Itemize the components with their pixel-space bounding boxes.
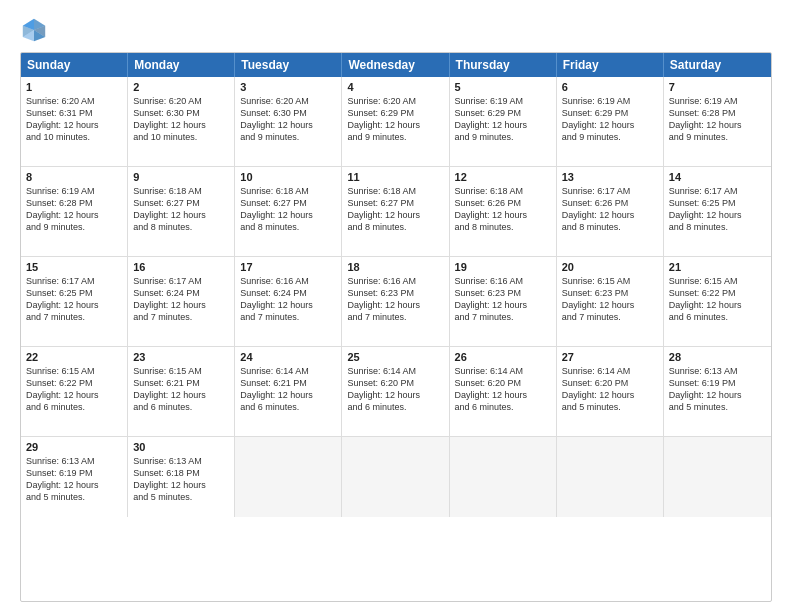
- day-number: 18: [347, 261, 443, 273]
- cell-info-line: Sunset: 6:18 PM: [133, 467, 229, 479]
- day-number: 4: [347, 81, 443, 93]
- cell-info-line: and 6 minutes.: [669, 311, 766, 323]
- calendar-cell-21: 21Sunrise: 6:15 AMSunset: 6:22 PMDayligh…: [664, 257, 771, 346]
- calendar-cell-19: 19Sunrise: 6:16 AMSunset: 6:23 PMDayligh…: [450, 257, 557, 346]
- cell-info-line: Sunrise: 6:17 AM: [133, 275, 229, 287]
- calendar-cell-empty: [342, 437, 449, 517]
- cell-info-line: Sunrise: 6:20 AM: [347, 95, 443, 107]
- cell-info-line: Daylight: 12 hours: [562, 389, 658, 401]
- calendar-cell-29: 29Sunrise: 6:13 AMSunset: 6:19 PMDayligh…: [21, 437, 128, 517]
- cell-info-line: and 7 minutes.: [455, 311, 551, 323]
- cell-info-line: Sunrise: 6:15 AM: [669, 275, 766, 287]
- cell-info-line: Daylight: 12 hours: [26, 209, 122, 221]
- day-number: 20: [562, 261, 658, 273]
- cell-info-line: Sunrise: 6:20 AM: [240, 95, 336, 107]
- cell-info-line: and 6 minutes.: [240, 401, 336, 413]
- day-number: 1: [26, 81, 122, 93]
- calendar-cell-20: 20Sunrise: 6:15 AMSunset: 6:23 PMDayligh…: [557, 257, 664, 346]
- cell-info-line: Daylight: 12 hours: [669, 209, 766, 221]
- calendar-row-2: 15Sunrise: 6:17 AMSunset: 6:25 PMDayligh…: [21, 257, 771, 347]
- day-number: 10: [240, 171, 336, 183]
- cell-info-line: Sunset: 6:31 PM: [26, 107, 122, 119]
- cell-info-line: Sunset: 6:24 PM: [240, 287, 336, 299]
- cell-info-line: Sunset: 6:28 PM: [26, 197, 122, 209]
- weekday-header-wednesday: Wednesday: [342, 53, 449, 77]
- day-number: 17: [240, 261, 336, 273]
- calendar-cell-3: 3Sunrise: 6:20 AMSunset: 6:30 PMDaylight…: [235, 77, 342, 166]
- cell-info-line: Sunrise: 6:15 AM: [26, 365, 122, 377]
- cell-info-line: and 7 minutes.: [347, 311, 443, 323]
- cell-info-line: Sunset: 6:29 PM: [455, 107, 551, 119]
- cell-info-line: Sunset: 6:26 PM: [562, 197, 658, 209]
- calendar-header: SundayMondayTuesdayWednesdayThursdayFrid…: [21, 53, 771, 77]
- page: SundayMondayTuesdayWednesdayThursdayFrid…: [0, 0, 792, 612]
- calendar-row-0: 1Sunrise: 6:20 AMSunset: 6:31 PMDaylight…: [21, 77, 771, 167]
- day-number: 8: [26, 171, 122, 183]
- cell-info-line: and 7 minutes.: [26, 311, 122, 323]
- cell-info-line: Daylight: 12 hours: [455, 389, 551, 401]
- calendar: SundayMondayTuesdayWednesdayThursdayFrid…: [20, 52, 772, 602]
- cell-info-line: Sunset: 6:30 PM: [133, 107, 229, 119]
- cell-info-line: Sunrise: 6:19 AM: [669, 95, 766, 107]
- cell-info-line: Sunset: 6:30 PM: [240, 107, 336, 119]
- cell-info-line: Daylight: 12 hours: [26, 479, 122, 491]
- cell-info-line: and 8 minutes.: [240, 221, 336, 233]
- cell-info-line: Daylight: 12 hours: [455, 209, 551, 221]
- cell-info-line: Sunset: 6:29 PM: [562, 107, 658, 119]
- calendar-cell-24: 24Sunrise: 6:14 AMSunset: 6:21 PMDayligh…: [235, 347, 342, 436]
- cell-info-line: Sunrise: 6:18 AM: [455, 185, 551, 197]
- cell-info-line: Daylight: 12 hours: [669, 119, 766, 131]
- calendar-cell-6: 6Sunrise: 6:19 AMSunset: 6:29 PMDaylight…: [557, 77, 664, 166]
- cell-info-line: Sunrise: 6:16 AM: [455, 275, 551, 287]
- calendar-cell-26: 26Sunrise: 6:14 AMSunset: 6:20 PMDayligh…: [450, 347, 557, 436]
- cell-info-line: Daylight: 12 hours: [347, 389, 443, 401]
- cell-info-line: Daylight: 12 hours: [133, 479, 229, 491]
- cell-info-line: Sunset: 6:27 PM: [347, 197, 443, 209]
- calendar-cell-10: 10Sunrise: 6:18 AMSunset: 6:27 PMDayligh…: [235, 167, 342, 256]
- cell-info-line: Sunset: 6:28 PM: [669, 107, 766, 119]
- weekday-header-sunday: Sunday: [21, 53, 128, 77]
- cell-info-line: and 9 minutes.: [455, 131, 551, 143]
- cell-info-line: Daylight: 12 hours: [562, 209, 658, 221]
- weekday-header-tuesday: Tuesday: [235, 53, 342, 77]
- cell-info-line: Sunset: 6:21 PM: [133, 377, 229, 389]
- cell-info-line: Sunrise: 6:20 AM: [133, 95, 229, 107]
- cell-info-line: Sunset: 6:20 PM: [347, 377, 443, 389]
- calendar-body: 1Sunrise: 6:20 AMSunset: 6:31 PMDaylight…: [21, 77, 771, 517]
- cell-info-line: Daylight: 12 hours: [347, 119, 443, 131]
- cell-info-line: Sunset: 6:23 PM: [455, 287, 551, 299]
- cell-info-line: and 5 minutes.: [133, 491, 229, 503]
- calendar-cell-22: 22Sunrise: 6:15 AMSunset: 6:22 PMDayligh…: [21, 347, 128, 436]
- day-number: 5: [455, 81, 551, 93]
- calendar-cell-empty: [664, 437, 771, 517]
- day-number: 9: [133, 171, 229, 183]
- cell-info-line: Daylight: 12 hours: [240, 209, 336, 221]
- header: [20, 16, 772, 44]
- cell-info-line: Sunrise: 6:16 AM: [347, 275, 443, 287]
- cell-info-line: and 5 minutes.: [26, 491, 122, 503]
- day-number: 23: [133, 351, 229, 363]
- cell-info-line: Daylight: 12 hours: [26, 299, 122, 311]
- cell-info-line: Sunrise: 6:17 AM: [669, 185, 766, 197]
- calendar-row-1: 8Sunrise: 6:19 AMSunset: 6:28 PMDaylight…: [21, 167, 771, 257]
- cell-info-line: and 6 minutes.: [455, 401, 551, 413]
- weekday-header-monday: Monday: [128, 53, 235, 77]
- calendar-cell-2: 2Sunrise: 6:20 AMSunset: 6:30 PMDaylight…: [128, 77, 235, 166]
- cell-info-line: Sunrise: 6:15 AM: [133, 365, 229, 377]
- cell-info-line: Sunrise: 6:18 AM: [347, 185, 443, 197]
- day-number: 12: [455, 171, 551, 183]
- cell-info-line: Daylight: 12 hours: [455, 119, 551, 131]
- cell-info-line: Daylight: 12 hours: [240, 389, 336, 401]
- cell-info-line: and 8 minutes.: [562, 221, 658, 233]
- cell-info-line: Sunset: 6:20 PM: [562, 377, 658, 389]
- cell-info-line: Sunset: 6:25 PM: [26, 287, 122, 299]
- day-number: 6: [562, 81, 658, 93]
- calendar-cell-1: 1Sunrise: 6:20 AMSunset: 6:31 PMDaylight…: [21, 77, 128, 166]
- cell-info-line: Sunrise: 6:19 AM: [26, 185, 122, 197]
- cell-info-line: Daylight: 12 hours: [669, 299, 766, 311]
- cell-info-line: Sunrise: 6:13 AM: [26, 455, 122, 467]
- cell-info-line: Sunrise: 6:14 AM: [455, 365, 551, 377]
- cell-info-line: and 9 minutes.: [562, 131, 658, 143]
- cell-info-line: and 7 minutes.: [240, 311, 336, 323]
- cell-info-line: Sunset: 6:22 PM: [26, 377, 122, 389]
